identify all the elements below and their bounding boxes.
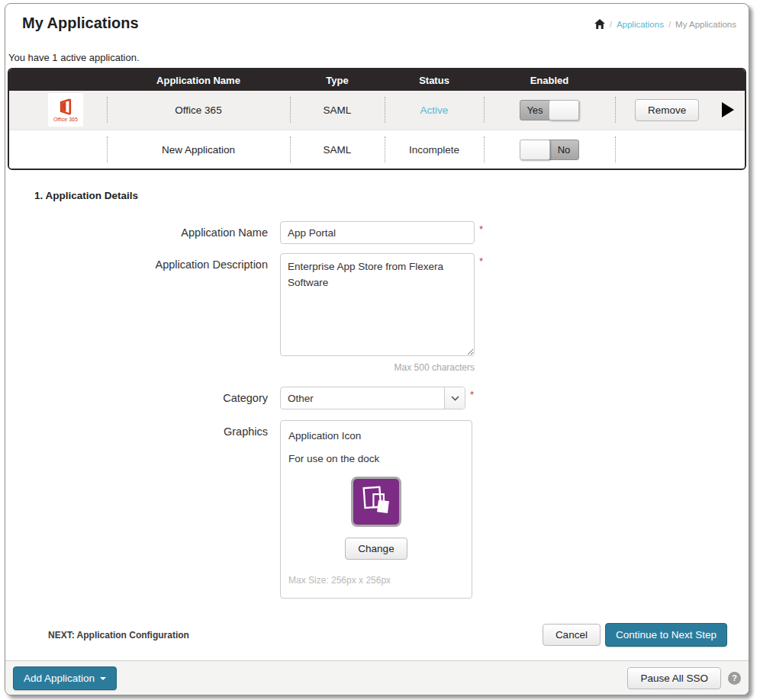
enabled-toggle-no[interactable]: No [520,140,579,160]
application-name-input[interactable] [280,221,475,244]
header-actions-spacer [615,69,745,91]
application-icon-cell: Office 365 [9,91,107,129]
application-details-form: Application Name * Application Descripti… [5,221,749,647]
next-step-hint: NEXT: Application Configuration [48,630,189,641]
max-characters-hint: Max 500 characters [280,362,475,373]
graphics-box: Application Icon For use on the dock [280,420,472,599]
application-description-textarea[interactable]: Enterprise App Store from Flexera Softwa… [280,253,475,356]
required-asterisk: * [479,223,483,235]
max-size-hint: Max Size: 256px x 256px [288,575,464,586]
breadcrumb-separator: / [610,20,612,29]
app-portal-icon [351,477,401,527]
pause-all-sso-button[interactable]: Pause All SSO [627,667,721,689]
screenshot-canvas: My Applications / Applications / My Appl… [0,0,760,700]
application-description-label: Application Description [5,253,280,276]
application-type: SAML [290,91,385,129]
application-description-field-wrap: Enterprise App Store from Flexera Softwa… [280,253,475,373]
caret-down-icon [100,677,106,680]
table-header-row: Application Name Type Status Enabled [9,69,745,91]
header-enabled: Enabled [484,69,615,91]
application-icon-cell [9,130,107,169]
change-icon-button[interactable]: Change [345,538,407,560]
enabled-cell: Yes [484,91,615,129]
chevron-down-icon [444,387,465,409]
category-label: Category [5,387,280,409]
actions-cell [615,130,745,169]
graphics-row: Graphics Application Icon For use on the… [5,420,749,599]
toggle-label: No [549,140,579,160]
expand-row-icon[interactable] [722,102,734,117]
header-status: Status [385,69,484,91]
header-application-name: Application Name [107,69,290,91]
office365-logo-glyph [56,98,75,116]
add-application-button[interactable]: Add Application [13,666,117,690]
application-type: SAML [290,130,385,169]
section-title-application-details: 1. Application Details [34,190,749,201]
required-asterisk: * [470,389,474,400]
page-title: My Applications [22,14,139,32]
header-icon-spacer [9,69,107,91]
toggle-knob [520,140,550,160]
applications-table: Application Name Type Status Enabled Off… [8,68,746,170]
office365-icon-label: Office 365 [53,117,78,122]
breadcrumb: / Applications / My Applications [594,19,736,29]
actions-cell: Remove [615,91,745,129]
application-name-label: Application Name [5,221,280,244]
home-icon[interactable] [594,19,605,29]
table-row-office365[interactable]: Office 365 Office 365 SAML Active Yes Re… [9,91,745,129]
add-application-label: Add Application [24,673,95,684]
breadcrumb-current: My Applications [675,20,736,29]
enabled-toggle-yes[interactable]: Yes [520,100,579,120]
required-asterisk: * [479,255,483,267]
toggle-label: Yes [520,100,550,120]
my-applications-page: My Applications / Applications / My Appl… [5,3,749,695]
application-description-row: Application Description Enterprise App S… [5,253,749,373]
active-application-count: You have 1 active application. [8,52,749,63]
breadcrumb-separator: / [668,20,671,29]
office365-icon: Office 365 [48,93,83,127]
page-header: My Applications / Applications / My Appl… [5,4,749,32]
toggle-knob [549,100,579,120]
application-status: Active [385,91,484,129]
application-icon-subtitle: For use on the dock [288,453,464,464]
breadcrumb-link-applications[interactable]: Applications [617,20,664,29]
category-select[interactable]: Other [280,387,465,409]
remove-button[interactable]: Remove [635,99,699,121]
category-selected-value: Other [281,387,444,409]
app-portal-icon-glyph [356,481,397,522]
application-name: Office 365 [107,91,290,129]
application-icon-title: Application Icon [288,430,464,442]
continue-to-next-step-button[interactable]: Continue to Next Step [605,623,727,647]
application-status: Incomplete [385,130,484,169]
cancel-button[interactable]: Cancel [543,624,601,646]
help-icon[interactable]: ? [728,672,741,685]
application-name: New Application [107,130,290,169]
category-row: Category Other * [5,387,749,409]
enabled-cell: No [484,130,615,169]
header-type: Type [290,69,385,91]
graphics-label: Graphics [5,420,280,443]
application-name-row: Application Name * [5,221,749,244]
table-row-new-application[interactable]: New Application SAML Incomplete No [9,129,745,169]
form-footer: NEXT: Application Configuration Cancel C… [48,623,727,647]
bottom-action-bar: Add Application Pause All SSO ? [5,660,749,695]
